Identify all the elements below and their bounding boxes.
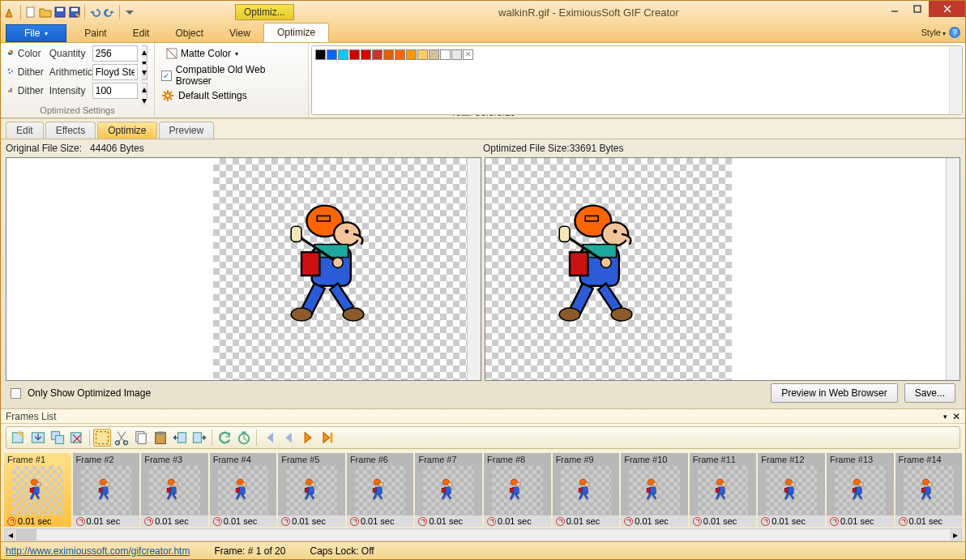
- optimized-canvas[interactable]: [485, 158, 732, 380]
- optimized-scrollbar[interactable]: [946, 158, 960, 380]
- color-swatch[interactable]: [395, 49, 405, 60]
- svg-point-107: [859, 482, 864, 486]
- arithmetic-select[interactable]: [92, 64, 138, 80]
- paste-icon[interactable]: [152, 429, 169, 447]
- minimize-button[interactable]: [883, 1, 906, 17]
- color-swatch[interactable]: [417, 49, 428, 60]
- frame-item[interactable]: Frame #80.01 sec: [484, 453, 551, 527]
- color-swatch[interactable]: [315, 49, 326, 60]
- only-show-checkbox[interactable]: [11, 388, 21, 399]
- file-menu[interactable]: File▾: [6, 24, 66, 42]
- move-right-icon[interactable]: [190, 429, 208, 447]
- frame-item[interactable]: Frame #120.01 sec: [758, 453, 825, 527]
- frame-item[interactable]: Frame #60.01 sec: [347, 453, 414, 527]
- compat-checkbox[interactable]: [161, 71, 172, 81]
- color-swatch[interactable]: [338, 49, 348, 60]
- next-frame-icon[interactable]: [299, 429, 317, 447]
- svg-rect-36: [570, 252, 588, 276]
- save-button[interactable]: Save...: [904, 383, 955, 403]
- frame-item[interactable]: Frame #110.01 sec: [690, 453, 757, 527]
- frame-item[interactable]: Frame #70.01 sec: [415, 453, 482, 527]
- original-scrollbar[interactable]: [467, 158, 481, 380]
- frame-item[interactable]: Frame #90.01 sec: [553, 453, 620, 527]
- scroll-thumb[interactable]: [16, 529, 36, 541]
- color-swatch[interactable]: [440, 49, 451, 60]
- color-swatch[interactable]: [383, 49, 394, 60]
- svg-point-103: [790, 482, 795, 486]
- preview-browser-button[interactable]: Preview in Web Browser: [771, 383, 898, 403]
- color-swatch[interactable]: [349, 49, 360, 60]
- maximize-button[interactable]: [906, 1, 929, 17]
- scroll-right-icon[interactable]: ▸: [950, 529, 961, 541]
- quantity-input[interactable]: [92, 45, 138, 62]
- frame-item[interactable]: Frame #20.01 sec: [73, 453, 140, 527]
- frame-item[interactable]: Frame #10.01 sec: [4, 453, 71, 527]
- first-frame-icon[interactable]: [260, 429, 278, 447]
- color-swatch[interactable]: [327, 49, 337, 60]
- color-swatch[interactable]: [406, 49, 417, 60]
- frame-item[interactable]: Frame #30.01 sec: [141, 453, 208, 527]
- color-swatch[interactable]: [429, 49, 439, 60]
- move-left-icon[interactable]: [171, 429, 189, 447]
- intensity-spinner[interactable]: ▴▾: [142, 83, 147, 99]
- defaults-button[interactable]: Default Settings: [178, 90, 247, 101]
- frames-hscrollbar[interactable]: ◂ ▸: [4, 528, 962, 541]
- frame-item[interactable]: Frame #130.01 sec: [827, 453, 894, 527]
- subtab-preview[interactable]: Preview: [159, 122, 215, 139]
- frame-item[interactable]: Frame #50.01 sec: [278, 453, 345, 527]
- subtab-edit[interactable]: Edit: [6, 122, 44, 139]
- status-url-link[interactable]: http://www.eximioussoft.com/gifcreator.h…: [6, 545, 190, 557]
- tab-paint[interactable]: Paint: [71, 24, 119, 42]
- close-button[interactable]: [929, 1, 965, 17]
- color-swatch[interactable]: [451, 49, 462, 60]
- timing-icon[interactable]: [235, 429, 253, 447]
- help-icon[interactable]: ?: [949, 27, 960, 38]
- frame-item[interactable]: Frame #40.01 sec: [210, 453, 277, 527]
- new-icon[interactable]: [24, 6, 37, 19]
- color-swatch[interactable]: [372, 49, 383, 60]
- quantity-spinner[interactable]: ▴▾: [142, 45, 147, 62]
- svg-point-95: [653, 482, 658, 486]
- frames-close-icon[interactable]: ✕: [952, 411, 960, 422]
- intensity-input[interactable]: [92, 83, 138, 99]
- tab-view[interactable]: View: [216, 24, 263, 42]
- import-frame-icon[interactable]: [29, 429, 47, 447]
- matte-color-dropdown[interactable]: Matte Color▾: [161, 45, 242, 62]
- undo-icon[interactable]: [88, 6, 101, 19]
- prev-frame-icon[interactable]: [280, 429, 297, 447]
- open-icon[interactable]: [39, 6, 52, 19]
- tab-object[interactable]: Object: [162, 24, 216, 42]
- select-all-icon[interactable]: [93, 429, 111, 447]
- frame-label: Frame #11: [690, 453, 757, 466]
- palette-scrollbar[interactable]: [949, 46, 962, 114]
- qat-customize-icon[interactable]: [123, 6, 136, 19]
- subtab-optimize[interactable]: Optimize: [97, 122, 156, 139]
- svg-rect-109: [853, 488, 856, 492]
- style-menu[interactable]: Style▾: [921, 28, 946, 37]
- new-frame-icon[interactable]: [10, 429, 28, 447]
- subtab-effects[interactable]: Effects: [45, 122, 96, 139]
- contextual-tab[interactable]: Optimiz...: [235, 4, 294, 20]
- tab-edit[interactable]: Edit: [120, 24, 163, 42]
- gear-icon: [161, 89, 174, 102]
- save-icon[interactable]: [53, 6, 66, 19]
- frame-item[interactable]: Frame #140.01 sec: [895, 453, 963, 527]
- original-canvas[interactable]: [213, 158, 467, 380]
- delete-frame-icon[interactable]: [68, 429, 86, 447]
- duplicate-frame-icon[interactable]: [49, 429, 66, 447]
- no-color-swatch[interactable]: ✕: [463, 49, 473, 60]
- cut-icon[interactable]: [113, 429, 130, 447]
- color-swatch[interactable]: [361, 49, 371, 60]
- frame-item[interactable]: Frame #100.01 sec: [621, 453, 688, 527]
- redo-icon[interactable]: [103, 6, 116, 19]
- tab-optimize[interactable]: Optimize: [263, 23, 329, 42]
- save-as-icon[interactable]: [68, 6, 81, 19]
- frames-menu-icon[interactable]: ▾: [943, 413, 947, 421]
- scroll-left-icon[interactable]: ◂: [5, 529, 16, 541]
- arithmetic-dropdown[interactable]: ▾: [142, 64, 147, 80]
- copy-icon[interactable]: [132, 429, 150, 447]
- last-frame-icon[interactable]: [318, 429, 336, 447]
- app-icon[interactable]: [4, 6, 17, 19]
- reverse-icon[interactable]: [216, 429, 233, 447]
- ribbon-tabs-row: File▾ Paint Edit Object View Optimize St…: [1, 24, 965, 43]
